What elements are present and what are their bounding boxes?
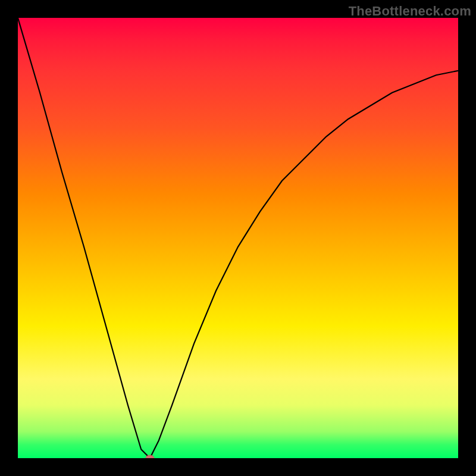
bottleneck-curve-path bbox=[18, 18, 458, 458]
bottleneck-chart bbox=[18, 18, 458, 458]
curve-svg bbox=[18, 18, 458, 458]
watermark-text: TheBottleneck.com bbox=[349, 4, 471, 19]
